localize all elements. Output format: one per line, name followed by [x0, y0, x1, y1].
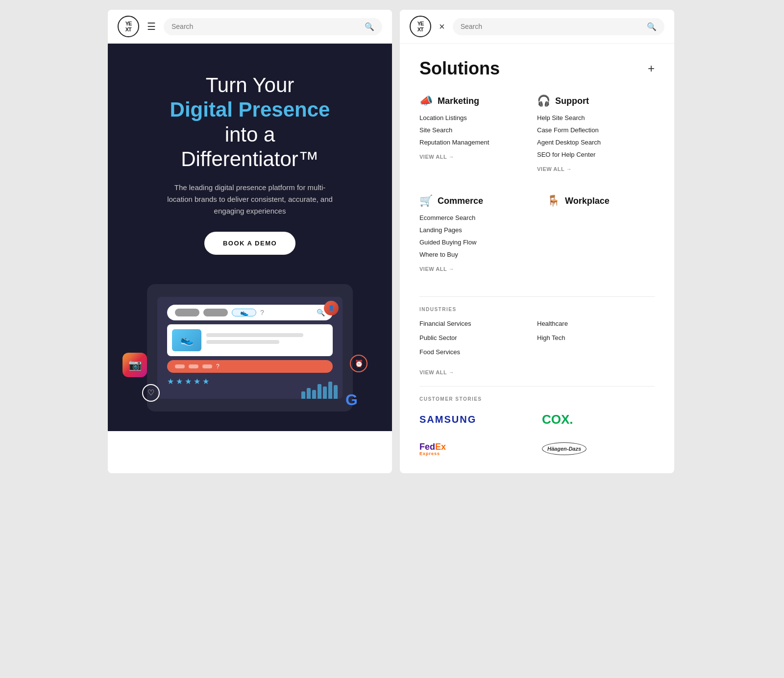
avatar-icon: 👤: [324, 301, 339, 315]
solutions-categories-grid: 📣 Marketing Location Listings Site Searc…: [419, 95, 655, 285]
mock-dot-2: [189, 364, 198, 368]
app-wrapper: YEXT ☰ 🔍 Turn Your Digital Presence into…: [108, 10, 676, 473]
right-search-icon: 🔍: [647, 22, 657, 31]
hero-section: Turn Your Digital Presence into a Differ…: [108, 44, 392, 431]
commerce-icon: 🛒: [419, 194, 433, 207]
industries-view-all[interactable]: VIEW ALL →: [419, 369, 454, 375]
marketing-icon: 📣: [419, 95, 433, 107]
link-reputation-management[interactable]: Reputation Management: [419, 139, 527, 146]
link-site-search[interactable]: Site Search: [419, 126, 527, 134]
solutions-content: Solutions + 📣 Marketing Location Listing…: [400, 44, 674, 473]
instagram-badge-icon: 📷: [122, 353, 147, 377]
bar-4: [318, 384, 321, 399]
chart-bars: [301, 379, 338, 399]
shoe-image: 👟: [172, 329, 201, 351]
left-panel: YEXT ☰ 🔍 Turn Your Digital Presence into…: [108, 10, 392, 473]
industries-col-1: Financial Services Public Sector Food Se…: [419, 320, 537, 363]
solutions-title: Solutions: [419, 58, 500, 79]
star-5: ★: [202, 377, 209, 386]
industries-label: INDUSTRIES: [419, 307, 655, 312]
fedex-sub: Express: [419, 451, 446, 456]
marketing-view-all[interactable]: VIEW ALL →: [419, 154, 454, 160]
heart-icon: ♡: [142, 384, 160, 402]
link-where-to-buy[interactable]: Where to Buy: [419, 251, 527, 258]
mock-pill-2: [203, 309, 228, 316]
link-landing-pages[interactable]: Landing Pages: [419, 226, 527, 234]
commerce-header: 🛒 Commerce: [419, 194, 527, 207]
mock-orange-bar: ?: [167, 360, 333, 373]
hamburger-menu-icon[interactable]: ☰: [147, 21, 156, 32]
divider-1: [419, 296, 655, 297]
google-badge: G: [345, 391, 358, 409]
samsung-logo[interactable]: SAMSUNG: [419, 410, 532, 429]
marketing-column: 📣 Marketing Location Listings Site Searc…: [419, 95, 537, 185]
haagen-dazs-logo[interactable]: Häagen-Dazs: [542, 439, 655, 459]
mock-line-2: [206, 340, 279, 344]
right-search-bar[interactable]: 🔍: [453, 18, 664, 35]
device-mockup: 👟 ? 🔍 👟 👤: [147, 284, 353, 412]
left-search-icon: 🔍: [365, 22, 374, 31]
clock-icon: ⏰: [350, 355, 368, 372]
link-ecommerce-search[interactable]: Ecommerce Search: [419, 214, 527, 221]
mock-product-card: 👟 👤: [167, 324, 333, 356]
workplace-header: 🪑 Workplace: [547, 194, 655, 207]
samsung-logo-text: SAMSUNG: [419, 414, 476, 425]
right-search-input[interactable]: [461, 23, 643, 30]
mock-dot-1: [175, 364, 185, 368]
support-view-all[interactable]: VIEW ALL →: [537, 166, 572, 172]
hero-line3: into a: [127, 122, 372, 147]
star-3: ★: [185, 377, 192, 386]
book-demo-button[interactable]: BOOK A DEMO: [204, 232, 295, 255]
bar-3: [312, 390, 316, 399]
cox-logo[interactable]: COX.: [542, 410, 655, 429]
haagen-dazs-logo-text: Häagen-Dazs: [542, 442, 587, 455]
support-header: 🎧 Support: [537, 95, 645, 107]
link-food-services[interactable]: Food Services: [419, 348, 537, 356]
right-panel: YEXT × 🔍 Solutions + 📣 Marketing: [400, 10, 674, 473]
bar-2: [307, 388, 311, 399]
support-icon: 🎧: [537, 95, 550, 107]
link-case-form-deflection[interactable]: Case Form Deflection: [537, 126, 645, 134]
link-public-sector[interactable]: Public Sector: [419, 334, 537, 341]
shoe-emoji: 👟: [240, 309, 248, 316]
mock-dot-3: [202, 364, 212, 368]
device-inner: 👟 ? 🔍 👟 👤: [157, 297, 343, 399]
customer-stories-label: CUSTOMER STORIES: [419, 396, 655, 402]
workplace-column: 🪑 Workplace: [537, 185, 655, 285]
link-location-listings[interactable]: Location Listings: [419, 114, 527, 121]
yext-logo-left[interactable]: YEXT: [118, 16, 139, 37]
support-column: 🎧 Support Help Site Search Case Form Def…: [537, 95, 655, 185]
link-help-site-search[interactable]: Help Site Search: [537, 114, 645, 121]
yext-logo-right[interactable]: YEXT: [410, 16, 431, 37]
fedex-logo[interactable]: FedEx Express: [419, 439, 532, 459]
mock-pill-1: [175, 309, 199, 316]
close-menu-icon[interactable]: ×: [439, 21, 445, 32]
industries-col-2: Healthcare High Tech: [537, 320, 655, 363]
left-search-bar[interactable]: 🔍: [164, 18, 382, 35]
mock-pill-active: 👟: [232, 309, 256, 316]
link-agent-desktop-search[interactable]: Agent Desktop Search: [537, 139, 645, 146]
hero-image-area: 📷 👟 ? 🔍 👟: [127, 274, 372, 412]
fedex-logo-text: FedEx Express: [419, 442, 446, 456]
customer-stories-grid: SAMSUNG COX. FedEx Express Häagen-Dazs: [419, 410, 655, 459]
commerce-title: Commerce: [438, 196, 483, 206]
link-high-tech[interactable]: High Tech: [537, 334, 655, 341]
plus-icon[interactable]: +: [648, 62, 655, 75]
hero-line2: Digital Presence: [127, 97, 372, 122]
link-healthcare[interactable]: Healthcare: [537, 320, 655, 327]
marketing-title: Marketing: [438, 96, 479, 106]
marketing-header: 📣 Marketing: [419, 95, 527, 107]
bar-6: [328, 382, 332, 399]
industries-grid: Financial Services Public Sector Food Se…: [419, 320, 655, 363]
commerce-column: 🛒 Commerce Ecommerce Search Landing Page…: [419, 185, 537, 285]
commerce-view-all[interactable]: VIEW ALL →: [419, 266, 454, 272]
support-title: Support: [555, 96, 589, 106]
bar-7: [334, 385, 338, 399]
mock-search-bar: 👟 ? 🔍: [167, 305, 333, 320]
cox-logo-text: COX.: [542, 412, 573, 427]
link-seo-help-center[interactable]: SEO for Help Center: [537, 151, 645, 158]
left-search-input[interactable]: [172, 23, 361, 30]
link-guided-buying-flow[interactable]: Guided Buying Flow: [419, 239, 527, 246]
link-financial-services[interactable]: Financial Services: [419, 320, 537, 327]
bar-5: [323, 387, 327, 399]
